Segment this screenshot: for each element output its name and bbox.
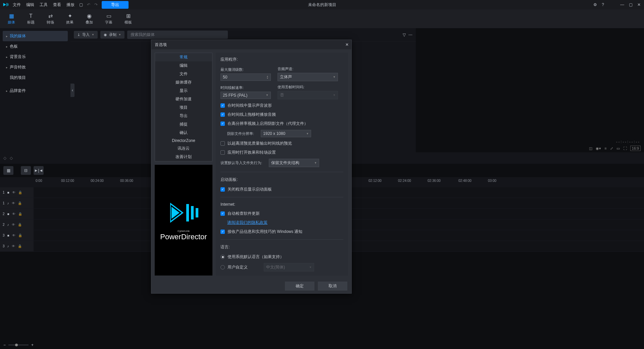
- privacy-link[interactable]: 请阅读我们的隐私政策: [227, 220, 267, 225]
- collapse-sidebar-handle[interactable]: ‹: [70, 84, 75, 97]
- lock-icon[interactable]: 🔒: [18, 244, 22, 248]
- input-max-undo[interactable]: 50 ▲▼: [220, 73, 271, 81]
- tag2-icon[interactable]: ◇: [10, 156, 13, 160]
- radio-system-lang[interactable]: [220, 255, 225, 259]
- more-icon[interactable]: ⋯: [408, 33, 412, 37]
- export-button[interactable]: 导出: [102, 1, 129, 9]
- search-input[interactable]: 搜索我的媒体: [127, 31, 228, 39]
- chk-waveform[interactable]: [220, 103, 225, 108]
- tab-effect[interactable]: ✦效果: [62, 13, 78, 25]
- chk-windows-notif[interactable]: [220, 230, 225, 234]
- tl-magnet-btn[interactable]: ►|◄: [34, 166, 44, 175]
- track-header[interactable]: 3 ■ 👁 🔒: [0, 230, 34, 241]
- prefs-cat-8[interactable]: 捕捉: [155, 120, 212, 129]
- record-button[interactable]: ◉录制▼: [100, 31, 125, 39]
- chk-proxy[interactable]: [220, 121, 225, 126]
- lock-icon[interactable]: 🔒: [18, 191, 22, 194]
- import-button[interactable]: ⤓导入▼: [74, 31, 98, 39]
- zoom-fit-icon[interactable]: ⤢: [610, 146, 613, 151]
- visibility-icon[interactable]: 👁: [12, 201, 15, 205]
- lock-icon[interactable]: 🔒: [18, 212, 22, 216]
- prefs-cat-9[interactable]: 确认: [155, 129, 212, 137]
- ok-button[interactable]: 确定: [285, 282, 314, 291]
- select-audio-ch[interactable]: 立体声▼: [278, 73, 338, 81]
- filter-icon[interactable]: ▽: [403, 33, 406, 37]
- view-mode-icon[interactable]: ▭: [616, 146, 620, 151]
- menu-play[interactable]: 播放: [66, 2, 75, 8]
- lock-icon[interactable]: 🔒: [18, 223, 22, 227]
- tab-subtitle[interactable]: ▭字幕: [101, 13, 117, 25]
- cancel-button[interactable]: 取消: [318, 282, 347, 291]
- prefs-cat-0[interactable]: 常规: [155, 53, 212, 61]
- chk-open-fx[interactable]: [220, 150, 225, 155]
- quality-icon[interactable]: ◉▾: [596, 146, 601, 151]
- track-header[interactable]: 2 ♪ 👁 🔒: [0, 219, 34, 230]
- help-icon[interactable]: ?: [602, 2, 604, 7]
- visibility-icon[interactable]: 👁: [12, 234, 15, 237]
- snapshot-icon[interactable]: ◫: [589, 146, 592, 151]
- save-icon[interactable]: ▢: [79, 2, 83, 7]
- chk-auto-update[interactable]: [220, 211, 225, 216]
- prefs-cat-3[interactable]: 媒体缓存: [155, 78, 212, 87]
- sidebar-item-myproject[interactable]: ▸我的项目: [3, 72, 68, 83]
- sidebar-item-colorboard[interactable]: ▸色板: [3, 41, 68, 52]
- visibility-icon[interactable]: 👁: [12, 212, 15, 216]
- prefs-cat-10[interactable]: DirectorZone: [155, 137, 212, 144]
- chk-show-startup[interactable]: [220, 187, 225, 192]
- visibility-icon[interactable]: 👁: [12, 223, 15, 227]
- sidebar-item-my-media[interactable]: ▸我的媒体: [3, 31, 68, 41]
- tab-overlay[interactable]: ◉叠加: [81, 13, 97, 25]
- radio-user-lang[interactable]: [220, 265, 225, 269]
- prefs-cat-4[interactable]: 显示: [155, 87, 212, 95]
- prefs-cat-2[interactable]: 文件: [155, 70, 212, 78]
- close-icon[interactable]: ✕: [637, 2, 641, 7]
- track-header[interactable]: 2 ■ 👁 🔒: [0, 209, 34, 219]
- visibility-icon[interactable]: 👁: [12, 191, 15, 194]
- lock-icon[interactable]: 🔒: [18, 234, 22, 237]
- chk-scrub-audio[interactable]: [220, 112, 225, 117]
- prefs-cat-5[interactable]: 硬件加速: [155, 95, 212, 103]
- tl-view-btn[interactable]: ⊟: [21, 166, 31, 175]
- menu-tools[interactable]: 工具: [40, 2, 48, 8]
- tab-template[interactable]: ⊞模板: [120, 13, 136, 25]
- undo-icon[interactable]: ↶: [87, 2, 90, 7]
- prefs-cat-12[interactable]: 改善计划: [155, 153, 212, 161]
- prefs-cat-7[interactable]: 导出: [155, 112, 212, 120]
- tl-tracks-btn[interactable]: ▦: [3, 166, 13, 175]
- track-header[interactable]: 1 ♪ 👁 🔒: [0, 198, 34, 208]
- tab-transition[interactable]: ⇄转场: [42, 13, 58, 25]
- menu-edit[interactable]: 编辑: [26, 2, 34, 8]
- sidebar-item-bgmusic[interactable]: ▸背景音乐: [3, 52, 68, 62]
- select-fps[interactable]: 25 FPS (PAL)▼: [220, 92, 271, 99]
- fullscreen-icon[interactable]: ⛶: [623, 146, 627, 150]
- track-header[interactable]: 3 ♪ 👁 🔒: [0, 241, 34, 251]
- minimize-icon[interactable]: —: [620, 2, 624, 7]
- tab-title[interactable]: T标题: [23, 13, 39, 25]
- audio-icon: ♪: [7, 201, 9, 205]
- sidebar-item-brandkit[interactable]: ▸品牌套件: [3, 86, 68, 96]
- zoom-out-icon[interactable]: −: [3, 343, 6, 347]
- prefs-cat-6[interactable]: 项目: [155, 103, 212, 112]
- chk-hq-preview[interactable]: [220, 141, 225, 146]
- select-import-behavior[interactable]: 保留文件夹结构▼: [269, 159, 319, 167]
- tag-icon[interactable]: ◇: [3, 156, 6, 160]
- maximize-icon[interactable]: ▢: [629, 2, 633, 7]
- sidebar-item-soundfx[interactable]: ▸声音特效: [3, 62, 68, 72]
- prefs-cat-11[interactable]: 讯连云: [155, 144, 212, 153]
- zoom-slider[interactable]: [8, 345, 29, 345]
- dialog-titlebar[interactable]: 首选项 ✕: [151, 40, 351, 49]
- prefs-cat-1[interactable]: 编辑: [155, 61, 212, 70]
- menu-file[interactable]: 文件: [13, 2, 21, 8]
- dialog-close-icon[interactable]: ✕: [345, 42, 349, 47]
- aspect-badge[interactable]: 16:9: [630, 146, 641, 151]
- lock-icon[interactable]: 🔒: [18, 201, 22, 205]
- list-icon[interactable]: ≡: [604, 146, 606, 150]
- zoom-in-icon[interactable]: +: [31, 343, 34, 347]
- settings-icon[interactable]: ⚙: [593, 2, 597, 7]
- menu-view[interactable]: 查看: [53, 2, 61, 8]
- visibility-icon[interactable]: 👁: [12, 244, 15, 248]
- tab-media[interactable]: ▦媒体: [3, 13, 19, 25]
- redo-icon[interactable]: ↷: [94, 2, 98, 7]
- track-header[interactable]: 1 ■ 👁 🔒: [0, 187, 34, 198]
- select-proxy-res[interactable]: 1920 x 1080▼: [261, 130, 311, 137]
